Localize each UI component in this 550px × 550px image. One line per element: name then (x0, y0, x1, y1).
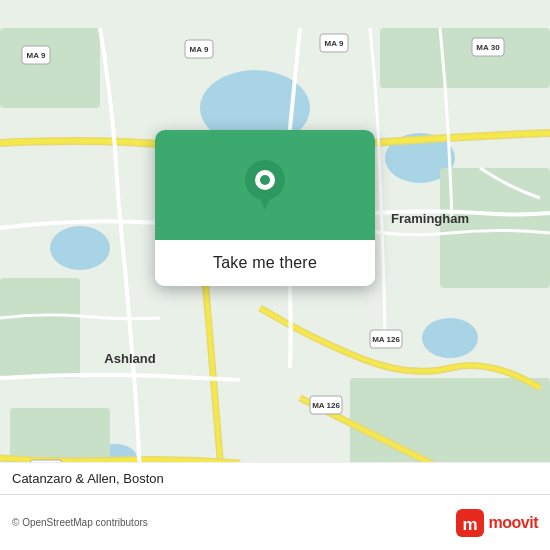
map-container: MA 9 MA 9 MA 9 MA 30 MA 126 MA 126 MA 12… (0, 0, 550, 550)
svg-rect-9 (0, 278, 80, 378)
svg-point-2 (50, 226, 110, 270)
svg-text:Ashland: Ashland (104, 351, 155, 366)
svg-text:MA 9: MA 9 (325, 39, 344, 48)
bottom-bar: © OpenStreetMap contributors m moovit (0, 494, 550, 550)
osm-attribution: © OpenStreetMap contributors (12, 517, 148, 528)
svg-text:MA 30: MA 30 (476, 43, 500, 52)
svg-text:MA 9: MA 9 (190, 45, 209, 54)
svg-text:m: m (462, 515, 477, 534)
location-text: Catanzaro & Allen, Boston (12, 471, 164, 486)
svg-rect-12 (440, 168, 550, 288)
svg-point-33 (260, 175, 270, 185)
svg-marker-34 (257, 192, 273, 210)
location-pin-icon (243, 160, 287, 210)
moovit-logo: m moovit (456, 509, 538, 537)
moovit-brand-text: moovit (489, 514, 538, 532)
svg-text:Framingham: Framingham (391, 211, 469, 226)
popup-header (155, 130, 375, 240)
popup-card: Take me there (155, 130, 375, 286)
svg-text:MA 126: MA 126 (312, 401, 340, 410)
take-me-there-button[interactable]: Take me there (155, 240, 375, 286)
svg-text:MA 126: MA 126 (372, 335, 400, 344)
svg-rect-8 (380, 28, 550, 88)
svg-rect-7 (0, 28, 100, 108)
svg-text:MA 9: MA 9 (27, 51, 46, 60)
moovit-icon: m (456, 509, 484, 537)
svg-point-5 (422, 318, 478, 358)
location-label-bar: Catanzaro & Allen, Boston (0, 462, 550, 494)
